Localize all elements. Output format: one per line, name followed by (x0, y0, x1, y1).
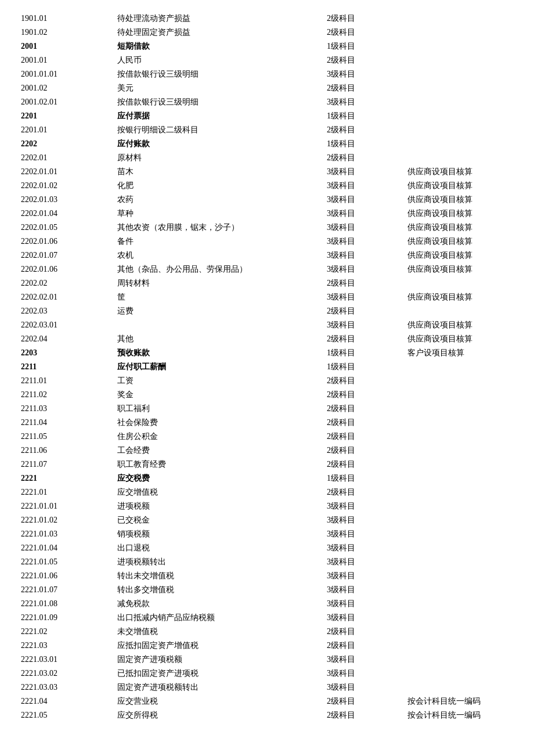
account-name: 转出多交增值税 (114, 583, 323, 597)
account-name: 职工福利 (114, 402, 323, 416)
account-code: 2211.04 (17, 416, 114, 430)
account-note (404, 388, 517, 402)
account-code: 2202.01.01 (17, 165, 114, 179)
table-row: 2001.01人民币2级科目 (17, 53, 517, 67)
account-level: 2级科目 (323, 304, 404, 318)
table-row: 2211.07职工教育经费2级科目 (17, 458, 517, 471)
account-level: 3级科目 (323, 290, 404, 304)
table-row: 2202.01.07农机3级科目供应商设项目核算 (17, 249, 517, 262)
account-name: 短期借款 (114, 39, 323, 53)
account-note (404, 123, 517, 137)
account-name: 农机 (114, 249, 323, 262)
table-row: 1901.02待处理固定资产损益2级科目 (17, 26, 517, 39)
account-code: 2221.01.03 (17, 527, 114, 541)
account-level: 2级科目 (323, 53, 404, 67)
account-name: 按借款银行设三级明细 (114, 67, 323, 81)
table-row: 2211.05住房公积金2级科目 (17, 430, 517, 444)
table-row: 2211.02奖金2级科目 (17, 388, 517, 402)
table-row: 2211.03职工福利2级科目 (17, 402, 517, 416)
account-level: 1级科目 (323, 346, 404, 360)
account-level: 3级科目 (323, 207, 404, 221)
account-code: 2221.03.03 (17, 681, 114, 694)
table-row: 2202.02周转材料2级科目 (17, 276, 517, 290)
account-level: 2级科目 (323, 26, 404, 39)
account-name: 已交税金 (114, 513, 323, 527)
account-name: 应抵扣固定资产增值税 (114, 639, 323, 653)
table-row: 2221.02未交增值税2级科目 (17, 625, 517, 639)
account-note (404, 402, 517, 416)
table-row: 2202.01.01苗木3级科目供应商设项目核算 (17, 165, 517, 179)
account-code: 2202.01.05 (17, 221, 114, 235)
table-row: 2203预收账款1级科目客户设项目核算 (17, 346, 517, 360)
account-code: 2202.03.01 (17, 318, 114, 332)
account-code: 2202.01.06 (17, 235, 114, 249)
table-row: 2221应交税费1级科目 (17, 471, 517, 485)
account-name: 固定资产进项税额转出 (114, 681, 323, 694)
account-code: 2211.07 (17, 458, 114, 471)
table-row: 2221.03.03固定资产进项税额转出3级科目 (17, 681, 517, 694)
account-code: 1901.01 (17, 12, 114, 26)
account-note (404, 667, 517, 681)
account-code: 2202.01.04 (17, 207, 114, 221)
account-name: 未交增值税 (114, 625, 323, 639)
account-code: 2211.06 (17, 444, 114, 458)
account-note (404, 444, 517, 458)
table-row: 2001.02.01按借款银行设三级明细3级科目 (17, 95, 517, 109)
account-code: 2201 (17, 109, 114, 123)
table-row: 2221.01.01进项税额3级科目 (17, 499, 517, 513)
account-name (114, 318, 323, 332)
table-row: 2202.02.01筐3级科目供应商设项目核算 (17, 290, 517, 304)
account-name: 已抵扣固定资产进项税 (114, 667, 323, 681)
account-code: 2211.01 (17, 374, 114, 388)
account-note: 供应商设项目核算 (404, 207, 517, 221)
account-name: 农药 (114, 193, 323, 207)
account-code: 2202.01.07 (17, 249, 114, 262)
account-note: 供应商设项目核算 (404, 179, 517, 193)
account-note: 供应商设项目核算 (404, 262, 517, 276)
table-row: 2221.03应抵扣固定资产增值税2级科目 (17, 639, 517, 653)
account-code: 2221.01.05 (17, 555, 114, 569)
account-level: 1级科目 (323, 471, 404, 485)
table-row: 2221.01.02已交税金3级科目 (17, 513, 517, 527)
account-note: 供应商设项目核算 (404, 249, 517, 262)
table-row: 2202.01.04草种3级科目供应商设项目核算 (17, 207, 517, 221)
account-name: 苗木 (114, 165, 323, 179)
account-code: 2201.01 (17, 123, 114, 137)
account-code: 2202.01 (17, 151, 114, 165)
account-note: 客户设项目核算 (404, 346, 517, 360)
account-name: 待处理固定资产损益 (114, 26, 323, 39)
account-name: 待处理流动资产损益 (114, 12, 323, 26)
account-name: 人民币 (114, 53, 323, 67)
account-level: 3级科目 (323, 555, 404, 569)
account-table: 1901.01待处理流动资产损益2级科目1901.02待处理固定资产损益2级科目… (17, 12, 517, 722)
table-row: 2202.01原材料2级科目 (17, 151, 517, 165)
account-note (404, 499, 517, 513)
account-level: 3级科目 (323, 249, 404, 262)
account-note: 按会计科目统一编码 (404, 694, 517, 708)
account-level: 3级科目 (323, 262, 404, 276)
account-code: 2202.02 (17, 276, 114, 290)
table-row: 2221.01.06转出未交增值税3级科目 (17, 569, 517, 583)
account-note (404, 53, 517, 67)
account-note (404, 597, 517, 611)
account-name: 奖金 (114, 388, 323, 402)
account-code: 2202.04 (17, 332, 114, 346)
account-note (404, 12, 517, 26)
account-code: 2221.01.06 (17, 569, 114, 583)
account-code: 1901.02 (17, 26, 114, 39)
account-name: 职工教育经费 (114, 458, 323, 471)
account-note: 供应商设项目核算 (404, 165, 517, 179)
account-code: 2001.01.01 (17, 67, 114, 81)
account-code: 2211.03 (17, 402, 114, 416)
account-code: 2221.01.02 (17, 513, 114, 527)
account-name: 工资 (114, 374, 323, 388)
account-name: 备件 (114, 235, 323, 249)
account-name: 其他农资（农用膜，锯末，沙子） (114, 221, 323, 235)
account-level: 3级科目 (323, 235, 404, 249)
account-name: 进项税额 (114, 499, 323, 513)
account-code: 2221.01.09 (17, 611, 114, 625)
account-note (404, 360, 517, 374)
account-note: 供应商设项目核算 (404, 290, 517, 304)
account-code: 2221.01.07 (17, 583, 114, 597)
account-level: 2级科目 (323, 402, 404, 416)
